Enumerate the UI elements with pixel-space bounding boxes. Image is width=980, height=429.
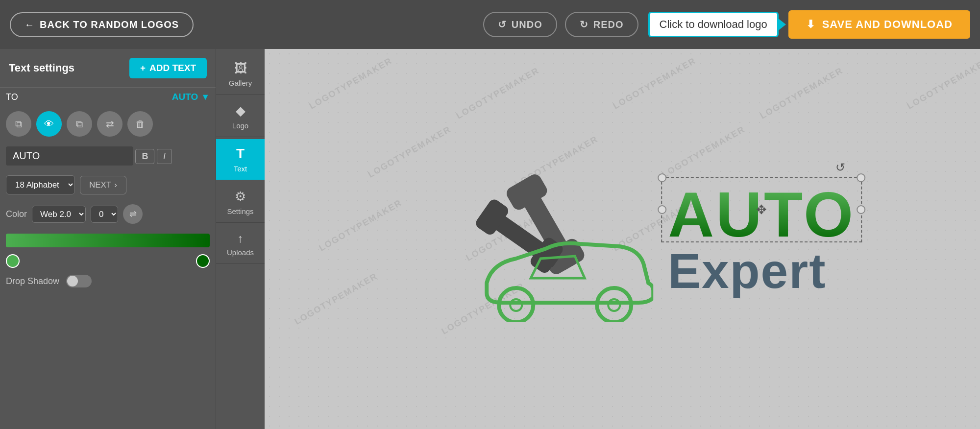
sidebar-item-gallery[interactable]: 🖼 Gallery: [216, 54, 265, 95]
font-row: TO AUTO ▼: [0, 87, 216, 106]
gradient-handles: [0, 252, 216, 268]
canvas-area[interactable]: LOGOTYPEMAKER LOGOTYPEMAKER LOGOTYPEMAKE…: [265, 49, 980, 429]
flip-icon: ⇄: [106, 118, 114, 130]
settings-icon: ⚙: [235, 189, 246, 204]
chevron-down-icon: ▼: [201, 92, 210, 102]
color-adjust-button[interactable]: ⇌: [123, 204, 143, 224]
text-label: Text: [234, 165, 247, 173]
top-bar: ← BACK TO RANDOM LOGOS ↺ UNDO ↻ REDO Cli…: [0, 0, 980, 49]
drop-shadow-row: Drop Shadow: [0, 268, 216, 294]
add-text-label: ADD TEXT: [149, 63, 196, 73]
redo-label: REDO: [593, 19, 624, 30]
logo-text-area: ↺ ✥ AUTO Expert: [668, 183, 855, 295]
left-panel: Text settings + ADD TEXT TO AUTO ▼ ⧉ 👁 ⧉: [0, 49, 216, 429]
redo-icon: ↻: [580, 19, 588, 30]
settings-label: Settings: [227, 207, 253, 215]
color-number-select[interactable]: 0: [91, 206, 118, 223]
font-label: TO: [6, 92, 172, 102]
gradient-handle-left[interactable]: [6, 254, 20, 268]
gradient-bar[interactable]: [6, 234, 210, 247]
logo-icon: ◆: [236, 103, 245, 119]
gallery-label: Gallery: [229, 79, 252, 87]
logo-icon-area: [467, 156, 653, 322]
logo-expert-text[interactable]: Expert: [668, 246, 855, 295]
redo-button[interactable]: ↻ REDO: [565, 12, 638, 37]
gallery-icon: 🖼: [234, 61, 247, 76]
download-tooltip: Click to download logo: [648, 12, 779, 37]
copy-icon-button[interactable]: ⧉: [67, 111, 92, 137]
next-arrow-icon: ›: [114, 180, 117, 190]
delete-icon-button[interactable]: 🗑: [127, 111, 153, 137]
drop-shadow-toggle[interactable]: [66, 275, 92, 287]
selection-handle-ml: [658, 205, 666, 214]
add-text-button[interactable]: + ADD TEXT: [129, 58, 207, 78]
color-style-select[interactable]: Web 2.0: [32, 206, 86, 223]
trash-icon: 🗑: [135, 119, 145, 130]
logo-label: Logo: [232, 121, 248, 130]
bold-button[interactable]: B: [135, 149, 154, 164]
text-settings-header: Text settings + ADD TEXT: [0, 49, 216, 87]
save-download-icon: ⬇: [806, 18, 815, 31]
save-download-button[interactable]: ⬇ SAVE AND DOWNLOAD: [788, 10, 970, 39]
undo-button[interactable]: ↺ UNDO: [483, 12, 557, 37]
back-button[interactable]: ← BACK TO RANDOM LOGOS: [10, 12, 194, 37]
text-settings-title: Text settings: [9, 62, 74, 74]
layers-icon-button[interactable]: ⧉: [6, 111, 31, 137]
text-input-row: B I: [0, 142, 216, 170]
flip-icon-button[interactable]: ⇄: [97, 111, 122, 137]
color-row: Color Web 2.0 0 ⇌: [0, 199, 216, 229]
eye-icon: 👁: [44, 119, 54, 130]
svg-point-6: [499, 288, 533, 322]
auto-select[interactable]: AUTO ▼: [172, 92, 210, 102]
logo-svg: [467, 156, 653, 322]
download-tooltip-text: Click to download logo: [660, 18, 767, 31]
next-label: NEXT: [89, 180, 111, 190]
svg-point-8: [597, 288, 631, 322]
save-download-label: SAVE AND DOWNLOAD: [822, 18, 953, 31]
drop-shadow-label: Drop Shadow: [6, 276, 59, 286]
icon-toolbar: ⧉ 👁 ⧉ ⇄ 🗑: [0, 106, 216, 142]
toggle-knob: [67, 276, 78, 286]
logo-auto-text[interactable]: AUTO: [668, 183, 855, 246]
side-icon-bar: 🖼 Gallery ◆ Logo T Text ⚙ Settings ↑ Upl…: [216, 49, 265, 429]
uploads-icon: ↑: [238, 232, 244, 245]
undo-icon: ↺: [498, 19, 507, 30]
alphabet-select[interactable]: 18 Alphabet: [6, 175, 75, 194]
plus-icon: +: [140, 63, 146, 73]
gradient-row: [0, 229, 216, 252]
font-style-row: 18 Alphabet NEXT ›: [0, 170, 216, 199]
back-arrow-icon: ←: [24, 19, 35, 30]
sidebar-item-logo[interactable]: ◆ Logo: [216, 96, 265, 137]
color-label: Color: [6, 209, 27, 219]
text-input-field[interactable]: [6, 146, 133, 166]
selection-handle-tl: [658, 173, 666, 182]
selection-container: ✥ AUTO: [668, 183, 855, 246]
undo-redo-group: ↺ UNDO ↻ REDO: [483, 12, 638, 37]
adjust-icon: ⇌: [129, 209, 137, 219]
copy-icon: ⧉: [76, 119, 83, 130]
main-layout: Text settings + ADD TEXT TO AUTO ▼ ⧉ 👁 ⧉: [0, 49, 980, 429]
auto-value: AUTO: [172, 92, 198, 102]
gradient-handle-right[interactable]: [196, 254, 210, 268]
italic-button[interactable]: I: [157, 149, 172, 164]
undo-label: UNDO: [512, 19, 542, 30]
rotate-handle-icon: ↺: [835, 161, 845, 174]
eye-icon-button[interactable]: 👁: [36, 111, 62, 137]
next-button[interactable]: NEXT ›: [80, 176, 126, 194]
sidebar-item-settings[interactable]: ⚙ Settings: [216, 182, 265, 223]
logo-content: ↺ ✥ AUTO Expert: [467, 156, 855, 322]
sidebar-item-uploads[interactable]: ↑ Uploads: [216, 225, 265, 264]
back-button-label: BACK TO RANDOM LOGOS: [40, 19, 179, 30]
layers-icon: ⧉: [15, 119, 22, 130]
text-icon: T: [236, 146, 245, 162]
uploads-label: Uploads: [227, 248, 254, 257]
sidebar-item-text[interactable]: T Text: [216, 139, 265, 180]
